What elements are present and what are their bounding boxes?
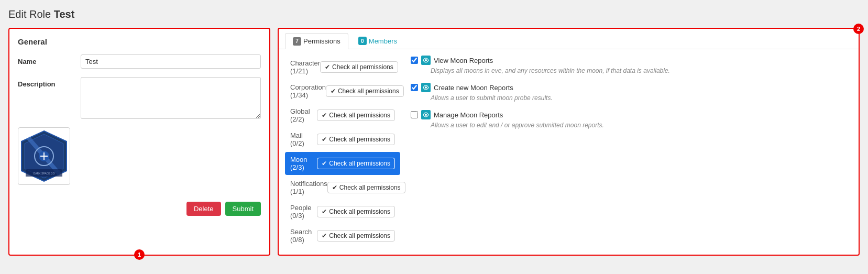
check-all-mail-button[interactable]: ✔ Check all permissions (317, 134, 395, 145)
role-logo: DARK SPACE CO (18, 127, 70, 185)
perm-manage-moon-name: Manage Moon Reports (434, 111, 503, 119)
cat-people-label: People (0/3) (290, 204, 317, 220)
cat-corporation-label: Corporation (1/34) (290, 83, 326, 99)
cat-character[interactable]: Character (1/21) ✔ Check all permissions (285, 56, 400, 79)
delete-button[interactable]: Delete (186, 202, 221, 216)
svg-point-7 (425, 59, 427, 61)
permissions-panel: 2 7 Permissions 0 Members Character (1/2… (278, 28, 860, 256)
cat-people[interactable]: People (0/3) ✔ Check all permissions (285, 200, 400, 223)
perm-create-moon-icon (421, 83, 431, 92)
panel-title: General (18, 37, 261, 46)
check-all-search-button[interactable]: ✔ Check all permissions (317, 230, 395, 242)
perm-create-moon-reports: Create new Moon Reports Allows a user to… (411, 83, 852, 102)
perm-manage-moon-desc: Allows a user to edit and / or approve s… (431, 122, 852, 129)
check-all-mail-label: Check all permissions (329, 136, 390, 143)
submit-button[interactable]: Submit (225, 202, 261, 216)
members-tab-badge: 0 (358, 37, 367, 45)
perm-view-moon-icon (421, 56, 431, 65)
check-icon-moon: ✔ (322, 160, 327, 167)
cat-moon[interactable]: Moon (2/3) ✔ Check all permissions (285, 152, 400, 175)
description-field-group: Description (18, 77, 261, 119)
check-all-notifications-label: Check all permissions (339, 184, 401, 191)
badge-1: 1 (134, 249, 145, 260)
cat-moon-label: Moon (2/3) (290, 156, 317, 171)
check-icon-people: ✔ (322, 208, 327, 215)
check-all-people-button[interactable]: ✔ Check all permissions (317, 206, 395, 217)
perm-categories: Character (1/21) ✔ Check all permissions… (285, 56, 400, 248)
check-all-character-label: Check all permissions (332, 63, 393, 71)
cat-notifications-label: Notifications (1/1) (290, 180, 327, 195)
perm-manage-moon-header: Manage Moon Reports (411, 110, 852, 119)
members-tab-label: Members (369, 37, 397, 45)
perm-manage-moon-checkbox[interactable] (411, 111, 418, 118)
svg-point-8 (425, 86, 427, 89)
check-all-search-label: Check all permissions (329, 232, 390, 239)
check-all-global-label: Check all permissions (329, 112, 390, 119)
name-field-group: Name (18, 54, 261, 69)
check-icon-notif: ✔ (332, 184, 337, 191)
permissions-tab-label: Permissions (303, 37, 340, 45)
cat-character-label: Character (1/21) (290, 59, 320, 75)
cat-search[interactable]: Search (0/8) ✔ Check all permissions (285, 224, 400, 247)
tab-permissions[interactable]: 7 Permissions (285, 33, 348, 49)
check-icon-global: ✔ (322, 112, 327, 119)
general-panel: General Name Description DARK SPACE CO (8, 28, 270, 256)
tabs-bar: 7 Permissions 0 Members (279, 29, 859, 49)
perm-manage-moon-icon (421, 110, 431, 119)
check-icon-mail: ✔ (322, 136, 327, 143)
description-label: Description (18, 77, 81, 88)
cat-mail-label: Mail (0/2) (290, 131, 317, 147)
check-icon: ✔ (325, 63, 330, 71)
perm-manage-moon-reports: Manage Moon Reports Allows a user to edi… (411, 110, 852, 129)
page-title: Edit Role Test (8, 8, 860, 20)
cat-search-label: Search (0/8) (290, 228, 317, 244)
badge-2: 2 (853, 24, 864, 34)
perm-create-moon-checkbox[interactable] (411, 84, 418, 91)
permissions-tab-badge: 7 (293, 37, 301, 46)
cat-global[interactable]: Global (2/2) ✔ Check all permissions (285, 104, 400, 127)
perm-view-moon-header: View Moon Reports (411, 56, 852, 65)
perm-view-moon-desc: Displays all moons in eve, and any resou… (431, 67, 852, 74)
name-input[interactable] (81, 54, 261, 69)
check-all-corporation-label: Check all permissions (338, 87, 399, 95)
perm-create-moon-header: Create new Moon Reports (411, 83, 852, 92)
check-all-moon-button[interactable]: ✔ Check all permissions (317, 158, 395, 169)
cat-corporation[interactable]: Corporation (1/34) ✔ Check all permissio… (285, 80, 400, 103)
name-label: Name (18, 54, 81, 65)
check-icon-search: ✔ (322, 232, 327, 239)
perm-view-moon-name: View Moon Reports (434, 57, 493, 64)
check-icon-corp: ✔ (331, 87, 336, 95)
perm-create-moon-desc: Allows a user to submit moon probe resul… (431, 94, 852, 102)
check-all-corporation-button[interactable]: ✔ Check all permissions (326, 85, 404, 97)
cat-notifications[interactable]: Notifications (1/1) ✔ Check all permissi… (285, 176, 400, 199)
description-input[interactable] (81, 77, 261, 119)
check-all-moon-label: Check all permissions (329, 160, 390, 167)
right-content: Character (1/21) ✔ Check all permissions… (279, 49, 859, 255)
check-all-people-label: Check all permissions (329, 208, 390, 215)
perm-view-moon-reports: View Moon Reports Displays all moons in … (411, 56, 852, 74)
check-all-character-button[interactable]: ✔ Check all permissions (320, 61, 398, 73)
perm-view-moon-checkbox[interactable] (411, 57, 418, 64)
form-footer: Delete Submit (18, 195, 261, 216)
svg-point-9 (425, 114, 427, 116)
perm-details: View Moon Reports Displays all moons in … (400, 56, 852, 248)
tab-members[interactable]: 0 Members (350, 33, 405, 49)
check-all-notifications-button[interactable]: ✔ Check all permissions (327, 182, 405, 193)
perm-create-moon-name: Create new Moon Reports (434, 84, 513, 92)
cat-global-label: Global (2/2) (290, 107, 317, 123)
svg-text:DARK SPACE CO: DARK SPACE CO (34, 172, 55, 175)
cat-mail[interactable]: Mail (0/2) ✔ Check all permissions (285, 128, 400, 151)
check-all-global-button[interactable]: ✔ Check all permissions (317, 109, 395, 121)
